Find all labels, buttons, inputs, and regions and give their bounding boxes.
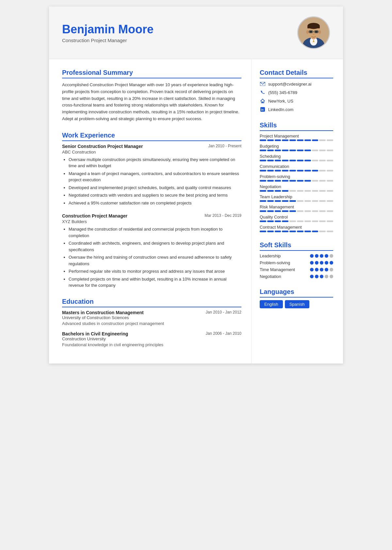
skill-segment — [297, 200, 303, 202]
skill-item: Quality Control — [260, 215, 333, 222]
skill-bar — [260, 210, 333, 212]
soft-skills-title: Soft Skills — [260, 241, 333, 251]
edu-block: Bachelors in Civil EngineeringJan 2006 -… — [62, 331, 241, 347]
skill-segment — [312, 150, 318, 151]
rating-dot — [320, 261, 323, 265]
skill-name: Team Leadership — [260, 194, 333, 199]
soft-skills-section: Soft Skills LeadershipProblem-solvingTim… — [260, 241, 333, 279]
list-item: Coordinated with architects, engineers, … — [69, 240, 241, 253]
skill-segment — [327, 150, 333, 151]
skill-item: Project Management — [260, 134, 333, 141]
skill-name: Quality Control — [260, 215, 333, 219]
skill-segment — [297, 180, 303, 182]
languages-title: Languages — [260, 288, 333, 298]
languages-section: Languages EnglishSpanish — [260, 288, 333, 308]
job-date: Mar 2013 - Dec 2019 — [204, 213, 241, 218]
skill-segment — [275, 231, 281, 232]
skill-segment — [267, 200, 274, 202]
experience-section: Work Experience Senior Construction Proj… — [62, 132, 241, 289]
skill-segment — [304, 139, 311, 141]
list-item: Managed a team of project managers, cont… — [69, 170, 241, 183]
contact-container: support@cvdesigner.ai(555) 345-6789NewYo… — [260, 81, 333, 112]
skill-segment — [297, 170, 303, 171]
rating-dot — [325, 268, 328, 271]
skill-item: Problem-solving — [260, 174, 333, 182]
contact-value: support@cvdesigner.ai — [268, 82, 311, 87]
summary-text: Accomplished Construction Project Manage… — [62, 82, 241, 122]
edu-school: University of Construction Sciences — [62, 315, 241, 320]
skill-segment — [289, 220, 296, 222]
soft-skills-container: LeadershipProblem-solvingTime Management… — [260, 253, 333, 279]
skill-segment — [319, 139, 326, 141]
rating-dot — [315, 254, 318, 258]
skill-segment — [327, 170, 333, 171]
skill-segment — [297, 231, 303, 232]
rating-dot — [330, 254, 333, 258]
skill-name: Negotiation — [260, 184, 333, 189]
list-item: Managed the construction of residential … — [69, 226, 241, 239]
skill-segment — [289, 190, 296, 192]
contact-icon: in — [260, 106, 266, 112]
job-bullets: Managed the construction of residential … — [62, 226, 241, 289]
skill-segment — [282, 170, 288, 171]
skill-bar — [260, 180, 333, 182]
candidate-photo — [297, 16, 330, 49]
skill-segment — [327, 180, 333, 182]
candidate-name: Benjamin Moore — [62, 23, 291, 36]
contact-item: support@cvdesigner.ai — [260, 81, 333, 87]
soft-skill-item: Leadership — [260, 253, 333, 258]
skill-segment — [275, 190, 281, 192]
edu-degree: Bachelors in Civil Engineering — [62, 331, 128, 336]
list-item: Negotiated contracts with vendors and su… — [69, 192, 241, 199]
skill-segment — [282, 220, 288, 222]
skill-bar — [260, 190, 333, 192]
skill-segment — [319, 210, 326, 212]
edu-desc: Foundational knowledge in civil engineer… — [62, 342, 241, 347]
experience-title: Work Experience — [62, 132, 241, 141]
rating-dot — [330, 268, 333, 271]
skill-segment — [312, 190, 318, 192]
resume-header: Benjamin Moore Construction Project Mana… — [49, 7, 343, 59]
skill-segment — [282, 200, 288, 202]
dot-rating — [310, 261, 333, 265]
svg-rect-10 — [309, 31, 312, 33]
svg-text:in: in — [261, 108, 264, 111]
skill-segment — [275, 160, 281, 161]
skill-name: Budgeting — [260, 144, 333, 149]
edu-date: Jan 2006 - Jan 2010 — [206, 331, 241, 336]
job-title: Senior Construction Project Manager — [62, 144, 143, 149]
skill-name: Contract Management — [260, 225, 333, 230]
skill-segment — [312, 170, 318, 171]
job-block: Senior Construction Project ManagerJan 2… — [62, 144, 241, 206]
contact-item: inLinkedIn.com — [260, 106, 333, 112]
skill-segment — [282, 231, 288, 232]
skill-bar — [260, 220, 333, 222]
skill-segment — [282, 160, 288, 161]
svg-point-15 — [313, 34, 315, 35]
skill-segment — [289, 170, 296, 171]
skill-segment — [312, 210, 318, 212]
skill-segment — [319, 170, 326, 171]
skill-item: Team Leadership — [260, 194, 333, 202]
rating-dot — [325, 254, 328, 258]
skill-segment — [260, 180, 266, 182]
job-bullets: Oversaw multiple construction projects s… — [62, 156, 241, 206]
skill-bar — [260, 139, 333, 141]
skill-segment — [260, 190, 266, 192]
skill-segment — [289, 231, 296, 232]
skill-bar — [260, 170, 333, 171]
skill-bar — [260, 150, 333, 151]
job-company: ABC Construction — [62, 150, 241, 154]
skill-segment — [327, 160, 333, 161]
resume-wrapper: Benjamin Moore Construction Project Mana… — [49, 7, 343, 364]
skill-segment — [319, 150, 326, 151]
rating-dot — [315, 268, 318, 271]
rating-dot — [315, 261, 318, 265]
skill-bar — [260, 231, 333, 232]
contact-icon — [260, 81, 266, 87]
list-item: Achieved a 95% customer satisfaction rat… — [69, 200, 241, 206]
svg-point-9 — [318, 30, 321, 34]
skill-segment — [312, 200, 318, 202]
skill-segment — [260, 160, 266, 161]
svg-point-8 — [306, 30, 309, 34]
